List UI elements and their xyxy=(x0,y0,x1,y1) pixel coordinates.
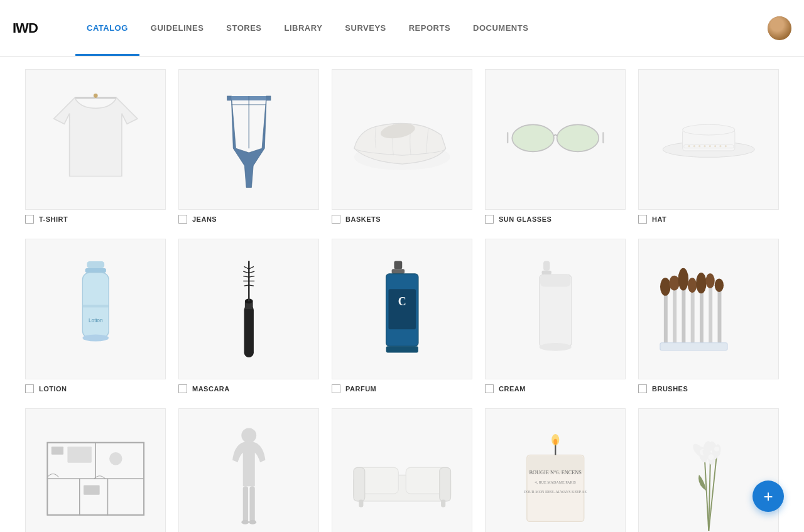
svg-point-20 xyxy=(709,145,711,147)
item-checkbox-hat[interactable] xyxy=(638,215,647,224)
svg-rect-54 xyxy=(540,274,571,286)
svg-rect-51 xyxy=(541,271,551,274)
svg-line-35 xyxy=(243,271,249,273)
svg-rect-82 xyxy=(249,486,254,522)
item-label-jeans: JEANS xyxy=(192,215,217,223)
item-image-lotion[interactable]: Lotion xyxy=(25,239,166,379)
item-image-brushes[interactable] xyxy=(638,239,779,379)
nav-surveys[interactable]: SURVEYS xyxy=(334,0,397,56)
logo-text: IWD xyxy=(13,20,38,36)
catalog-item-flowers: FLOWERS xyxy=(638,408,779,532)
item-checkbox-tshirt[interactable] xyxy=(25,215,34,224)
item-visual-hat xyxy=(639,70,778,209)
item-visual-baskets xyxy=(332,70,472,209)
catalog-main: T-SHIRT JEANS xyxy=(0,57,804,532)
svg-point-83 xyxy=(241,519,249,524)
item-image-floorplan[interactable] xyxy=(25,408,166,532)
svg-rect-61 xyxy=(717,285,721,344)
nav-documents[interactable]: DOCUMENTS xyxy=(462,0,540,56)
svg-point-14 xyxy=(682,124,734,135)
item-checkbox-brushes[interactable] xyxy=(638,384,647,393)
svg-point-21 xyxy=(714,145,716,147)
avatar[interactable] xyxy=(768,16,791,40)
svg-rect-50 xyxy=(543,261,550,270)
svg-point-29 xyxy=(82,334,109,341)
item-checkbox-mascara[interactable] xyxy=(178,384,187,393)
catalog-item-sunglasses: SUN GLASSES xyxy=(485,69,626,224)
main-header: IWD CATALOG GUIDELINES STORES LIBRARY SU… xyxy=(0,0,804,57)
catalog-item-tshirt: T-SHIRT xyxy=(25,69,166,224)
svg-rect-8 xyxy=(507,132,508,143)
item-image-mascara[interactable] xyxy=(178,239,319,379)
item-image-baskets[interactable] xyxy=(332,69,472,210)
svg-rect-27 xyxy=(82,305,109,307)
svg-rect-69 xyxy=(660,343,727,350)
svg-text:Lotion: Lotion xyxy=(89,317,103,323)
item-image-mannequin[interactable] xyxy=(178,408,319,532)
item-checkbox-jeans[interactable] xyxy=(178,215,187,224)
item-label-mascara: MASCARA xyxy=(192,385,230,393)
item-visual-parfum: C xyxy=(332,239,472,379)
item-label-row-sunglasses: SUN GLASSES xyxy=(485,215,626,224)
svg-point-80 xyxy=(241,428,256,443)
svg-point-110 xyxy=(708,454,714,460)
svg-point-63 xyxy=(669,275,680,290)
item-image-jeans[interactable] xyxy=(178,69,319,210)
item-visual-mascara xyxy=(179,239,318,379)
nav-catalog[interactable]: CATALOG xyxy=(75,0,139,56)
item-image-candle[interactable]: BOUGIE N°6. ENCENS 4, RUE MADAME PARIS P… xyxy=(485,408,626,532)
item-image-tshirt[interactable] xyxy=(25,69,166,210)
nav-stores[interactable]: STORES xyxy=(215,0,273,56)
item-image-sunglasses[interactable] xyxy=(485,69,626,210)
svg-point-22 xyxy=(719,145,721,147)
svg-rect-24 xyxy=(87,261,104,268)
svg-line-40 xyxy=(249,271,254,273)
item-checkbox-lotion[interactable] xyxy=(25,384,34,393)
svg-text:BOUGIE N°6. ENCENS: BOUGIE N°6. ENCENS xyxy=(529,469,582,475)
item-label-row-hat: HAT xyxy=(638,215,779,224)
item-label-tshirt: T-SHIRT xyxy=(39,215,68,223)
svg-point-17 xyxy=(693,145,695,147)
svg-rect-77 xyxy=(67,447,91,463)
item-checkbox-sunglasses[interactable] xyxy=(485,215,494,224)
item-visual-candle: BOUGIE N°6. ENCENS 4, RUE MADAME PARIS P… xyxy=(486,409,625,532)
item-label-parfum: PARFUM xyxy=(345,385,376,393)
item-label-row-tshirt: T-SHIRT xyxy=(25,215,166,224)
svg-point-113 xyxy=(714,447,719,452)
item-image-sofa[interactable] xyxy=(332,408,472,532)
svg-rect-91 xyxy=(441,499,445,507)
item-label-hat: HAT xyxy=(652,215,666,223)
svg-rect-55 xyxy=(664,286,668,346)
item-image-parfum[interactable]: C xyxy=(332,239,472,379)
svg-point-18 xyxy=(698,145,700,147)
svg-line-100 xyxy=(705,459,709,531)
svg-point-23 xyxy=(724,145,726,147)
svg-point-68 xyxy=(715,278,724,291)
avatar-image xyxy=(768,16,791,40)
svg-rect-56 xyxy=(673,283,676,346)
svg-point-53 xyxy=(539,343,571,351)
nav-guidelines[interactable]: GUIDELINES xyxy=(139,0,215,56)
item-image-flowers[interactable] xyxy=(638,408,779,532)
item-checkbox-cream[interactable] xyxy=(485,384,494,393)
nav-reports[interactable]: REPORTS xyxy=(398,0,462,56)
item-label-row-parfum: PARFUM xyxy=(332,384,472,393)
svg-rect-60 xyxy=(709,281,712,345)
item-checkbox-parfum[interactable] xyxy=(332,384,340,393)
svg-rect-76 xyxy=(52,447,63,455)
svg-rect-81 xyxy=(242,486,247,522)
item-checkbox-baskets[interactable] xyxy=(332,215,340,224)
svg-rect-44 xyxy=(394,261,402,269)
add-button[interactable]: + xyxy=(752,480,784,512)
svg-line-41 xyxy=(249,276,254,276)
item-visual-floorplan xyxy=(26,409,165,532)
item-image-hat[interactable] xyxy=(638,69,779,210)
svg-point-11 xyxy=(557,124,599,151)
item-visual-jeans xyxy=(179,70,318,209)
item-label-row-brushes: BRUSHES xyxy=(638,384,779,393)
nav-library[interactable]: LIBRARY xyxy=(273,0,334,56)
item-label-cream: CREAM xyxy=(499,385,526,393)
item-image-cream[interactable] xyxy=(485,239,626,379)
item-visual-lotion: Lotion xyxy=(26,239,165,379)
catalog-item-hat: HAT xyxy=(638,69,779,224)
